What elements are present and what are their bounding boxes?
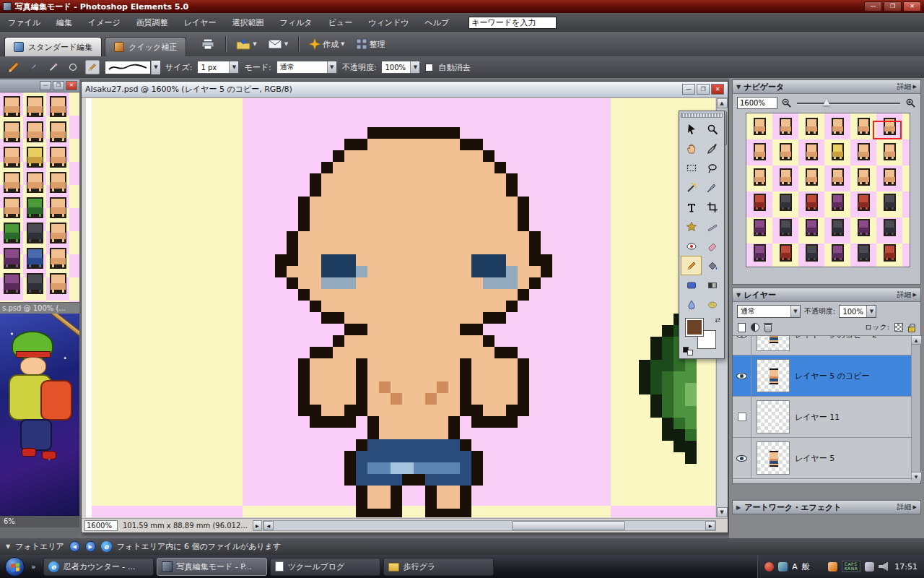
layer-thumbnail[interactable] <box>757 359 790 392</box>
zoom-slider-thumb[interactable] <box>823 99 830 105</box>
size-select[interactable]: 1 px ▼ <box>197 61 239 74</box>
email-button[interactable]: ▼ <box>263 35 292 53</box>
marquee-tool[interactable] <box>681 158 702 178</box>
layer-thumbnail[interactable] <box>757 441 790 475</box>
status-expand-icon[interactable]: ▶ <box>253 520 262 531</box>
layer-opacity-arrow-icon[interactable]: ▼ <box>866 306 876 317</box>
mini-maximize-button[interactable]: ❐ <box>53 81 64 90</box>
create-dropdown-arrow-icon[interactable]: ▼ <box>341 41 344 47</box>
taskbar-window-ie[interactable]: e忍者カウンター - ... <box>43 558 154 576</box>
straighten-tool[interactable] <box>702 217 723 236</box>
blur-tool[interactable] <box>681 295 702 314</box>
doc-minimize-button[interactable]: — <box>682 84 695 95</box>
taskbar-window-pse[interactable]: 写真編集モード - P... <box>157 558 267 576</box>
document-titlebar[interactable]: AIsaku27.psd @ 1600% (レイヤー 5 のコピー, RGB/8… <box>82 82 728 98</box>
layer-visibility-empty[interactable] <box>733 397 751 437</box>
sponge-tool[interactable] <box>702 295 723 314</box>
horizontal-scroll-thumb[interactable] <box>512 521 625 530</box>
tab-standard-edit[interactable]: スタンダード編集 <box>4 37 102 56</box>
layers-scrollbar[interactable]: ▲ ▼ <box>911 336 920 480</box>
brush-stroke-select[interactable]: ▼ <box>105 61 160 74</box>
email-dropdown-arrow-icon[interactable]: ▼ <box>284 41 288 47</box>
menu-item-4[interactable]: 画質調整 <box>128 13 176 33</box>
hand-tool[interactable] <box>681 139 702 158</box>
pencil-tool[interactable] <box>681 256 702 275</box>
layer-row[interactable]: レイヤー 5 のコピー 2 <box>733 336 920 355</box>
ime-caps-kana-indicator[interactable]: CAPS KANA <box>842 561 861 572</box>
scroll-left-icon[interactable]: ◀ <box>263 521 274 530</box>
create-button[interactable]: 作成 ▼ <box>305 35 349 53</box>
adjustment-layer-icon[interactable] <box>751 323 759 332</box>
navigator-zoom-slider[interactable] <box>796 98 902 108</box>
tray-tools-icon[interactable] <box>814 562 824 571</box>
default-colors-icon[interactable] <box>683 347 693 355</box>
quick-launch-chevron-icon[interactable]: » <box>31 562 36 571</box>
toolbox-drag-handle[interactable] <box>681 113 723 118</box>
sprite-sheet-window-titlebar[interactable]: — ❐ ✕ <box>0 79 79 92</box>
mini-minimize-button[interactable]: — <box>40 81 51 90</box>
taskbar-window-folder[interactable]: 歩行グラ <box>383 558 494 576</box>
brush-stroke-arrow-icon[interactable]: ▼ <box>151 61 160 74</box>
layer-opacity-input[interactable]: 100% ▼ <box>839 305 876 318</box>
layers-header[interactable]: ▼ レイヤー 詳細▶ <box>733 288 920 302</box>
tab-quick-fix[interactable]: クイック補正 <box>105 37 186 56</box>
crop-tool[interactable] <box>702 197 723 217</box>
auto-erase-checkbox[interactable] <box>425 64 433 72</box>
illustration-thumbnail[interactable] <box>0 314 79 516</box>
organize-button[interactable]: 整理 <box>352 35 390 53</box>
lasso-tool[interactable] <box>702 158 723 178</box>
taskbar-window-page[interactable]: ツクールブログ <box>270 558 380 576</box>
tray-app-blue-icon[interactable] <box>778 562 788 571</box>
navigator-zoom-input[interactable] <box>737 97 777 109</box>
selection-brush-tool[interactable] <box>702 178 723 197</box>
print-button[interactable] <box>196 35 219 53</box>
photo-bin-back-button[interactable]: ◀ <box>69 541 80 552</box>
layer-row[interactable]: レイヤー 5 のコピー <box>733 355 920 397</box>
layer-thumbnail[interactable] <box>757 400 790 434</box>
new-layer-icon[interactable] <box>738 323 746 332</box>
layer-row[interactable]: レイヤー 11 <box>733 397 920 438</box>
zoom-level-input[interactable]: 1600% <box>84 520 118 531</box>
import-button[interactable]: ▼ <box>232 35 261 53</box>
zoom-in-icon[interactable] <box>905 98 916 108</box>
import-dropdown-arrow-icon[interactable]: ▼ <box>253 41 256 47</box>
scroll-down-icon[interactable]: ▼ <box>717 507 728 517</box>
menu-item-9[interactable]: ウィンドウ <box>360 13 417 33</box>
paint-bucket-tool[interactable] <box>702 256 723 275</box>
layer-visibility-eye-icon[interactable] <box>733 336 751 355</box>
pencil-variant-button[interactable] <box>85 60 100 74</box>
minimize-button[interactable]: — <box>864 1 882 12</box>
blend-mode-arrow-icon[interactable]: ▼ <box>790 306 800 317</box>
zoom-tool[interactable] <box>702 119 723 139</box>
cookie-cutter-tool[interactable] <box>681 217 702 236</box>
menu-item-3[interactable]: イメージ <box>80 13 128 33</box>
doc-maximize-button[interactable]: ❐ <box>697 84 710 95</box>
document-canvas[interactable] <box>92 98 715 517</box>
menu-item-10[interactable]: ヘルプ <box>417 13 457 33</box>
brush-preset-3-button[interactable] <box>66 60 80 74</box>
navigator-view-rectangle[interactable] <box>873 121 902 139</box>
magic-wand-tool[interactable] <box>681 178 702 197</box>
layer-row[interactable]: レイヤー 5 <box>733 438 920 479</box>
layer-visibility-eye-icon[interactable] <box>733 355 751 396</box>
opacity-input[interactable]: 100% ▼ <box>381 61 420 74</box>
background-document-title[interactable]: s.psd @ 100% (... <box>0 302 79 314</box>
tray-app-red-icon[interactable] <box>764 562 774 571</box>
keyword-search-input[interactable] <box>468 17 557 29</box>
swap-colors-icon[interactable]: ⇄ <box>715 316 720 324</box>
size-arrow-icon[interactable]: ▼ <box>229 61 238 73</box>
menu-item-1[interactable]: ファイル <box>0 13 48 33</box>
opacity-arrow-icon[interactable]: ▼ <box>410 61 419 73</box>
layer-visibility-eye-icon[interactable] <box>733 438 751 478</box>
menu-item-8[interactable]: ビュー <box>321 13 361 33</box>
menu-item-2[interactable]: 編集 <box>48 13 80 33</box>
maximize-button[interactable]: ❐ <box>884 1 902 12</box>
eyedropper-tool[interactable] <box>702 139 723 158</box>
shape-tool[interactable] <box>681 275 702 295</box>
scroll-down-icon[interactable]: ▼ <box>912 472 921 480</box>
collapse-arrow-icon[interactable]: ▼ <box>736 84 741 90</box>
scroll-right-icon[interactable]: ▶ <box>705 521 715 530</box>
start-button[interactable] <box>5 557 25 577</box>
brush-preset-1-button[interactable] <box>27 60 41 74</box>
foreground-color-swatch[interactable] <box>686 319 703 336</box>
